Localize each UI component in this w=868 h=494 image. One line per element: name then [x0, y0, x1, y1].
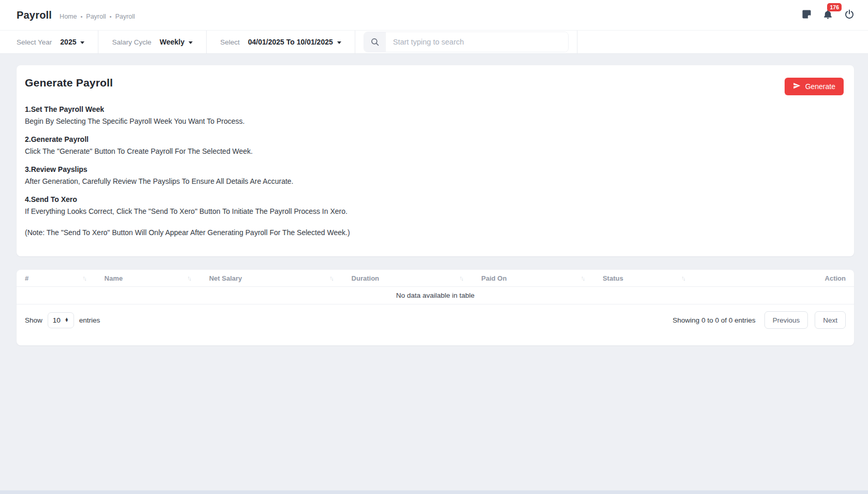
empty-table-row: No data available in table [17, 287, 854, 304]
step-title: 1.Set The Payroll Week [25, 105, 844, 113]
filter-range-label: Select [220, 38, 240, 46]
send-icon [793, 82, 801, 91]
caret-down-icon [189, 41, 193, 44]
column-header-duration[interactable]: Duration ↑↓ [343, 270, 473, 287]
step-2: 2.Generate Payroll Click The "Generate" … [25, 135, 844, 155]
filter-cycle-label: Salary Cycle [112, 38, 151, 46]
entries-label: entries [79, 316, 100, 324]
step-description: After Generation, Carefully Review The P… [25, 177, 844, 185]
generate-payroll-card: Generate Payroll Generate 1.Set The Payr… [17, 65, 854, 256]
filter-cycle: Salary Cycle Weekly [98, 31, 207, 53]
sort-icon[interactable]: ↑↓ [581, 276, 586, 281]
breadcrumb-payroll[interactable]: Payroll [86, 13, 106, 20]
main-content: Generate Payroll Generate 1.Set The Payr… [0, 54, 868, 345]
stepper-arrows-icon: ▲▼ [65, 318, 69, 323]
sort-icon[interactable]: ↑↓ [83, 276, 88, 281]
column-header-action: Action [695, 270, 854, 287]
sort-icon[interactable]: ↑↓ [330, 276, 335, 281]
caret-down-icon [337, 41, 341, 44]
step-3: 3.Review Payslips After Generation, Care… [25, 165, 844, 185]
sort-icon[interactable]: ↑↓ [459, 276, 465, 281]
cycle-dropdown[interactable]: Weekly [160, 38, 193, 46]
table-footer: Show 10 ▲▼ entries Showing 0 to 0 of 0 e… [17, 304, 854, 338]
filter-date-range: Select 04/01/2025 To 10/01/2025 [207, 31, 355, 53]
breadcrumb-payroll-current[interactable]: Payroll [115, 13, 135, 20]
caret-down-icon [80, 41, 84, 44]
column-header-name[interactable]: Name ↑↓ [96, 270, 201, 287]
payroll-table-card: # ↑↓ Name ↑↓ Net Salary ↑↓ Duration ↑↓ [17, 270, 854, 345]
horizontal-scrollbar[interactable] [0, 490, 868, 494]
next-page-button[interactable]: Next [815, 311, 846, 329]
step-title: 4.Send To Xero [25, 195, 844, 204]
breadcrumb: Home • Payroll • Payroll [60, 13, 135, 20]
column-header-net-salary[interactable]: Net Salary ↑↓ [201, 270, 343, 287]
filter-year-label: Select Year [17, 38, 52, 46]
generate-payroll-title: Generate Payroll [25, 77, 113, 89]
instruction-steps: 1.Set The Payroll Week Begin By Selectin… [25, 105, 844, 215]
notifications-button[interactable]: 176 [823, 9, 833, 21]
show-label: Show [25, 316, 42, 324]
date-range-dropdown[interactable]: 04/01/2025 To 10/01/2025 [248, 38, 341, 46]
step-1: 1.Set The Payroll Week Begin By Selectin… [25, 105, 844, 125]
search-box [364, 32, 569, 52]
empty-table-message: No data available in table [17, 287, 854, 304]
year-dropdown[interactable]: 2025 [60, 38, 84, 46]
filter-year: Select Year 2025 [0, 31, 98, 53]
page-size-select[interactable]: 10 ▲▼ [48, 312, 74, 328]
sort-icon[interactable]: ↑↓ [682, 276, 687, 281]
step-title: 3.Review Payslips [25, 165, 844, 173]
generate-button[interactable]: Generate [785, 78, 844, 95]
search-section [355, 31, 577, 53]
filter-bar: Select Year 2025 Salary Cycle Weekly Sel… [0, 30, 868, 54]
step-4: 4.Send To Xero If Everything Looks Corre… [25, 195, 844, 215]
topbar: Payroll Home • Payroll • Payroll [0, 0, 868, 30]
power-icon [844, 9, 855, 21]
entries-summary: Showing 0 to 0 of 0 entries [673, 316, 756, 324]
payroll-table: # ↑↓ Name ↑↓ Net Salary ↑↓ Duration ↑↓ [17, 270, 854, 304]
breadcrumb-home[interactable]: Home [60, 13, 77, 20]
step-description: Begin By Selecting The Specific Payroll … [25, 117, 844, 125]
breadcrumb-separator: • [80, 13, 82, 20]
search-input[interactable] [386, 32, 568, 52]
step-description: If Everything Looks Correct, Click The "… [25, 207, 844, 215]
xero-note: (Note: The "Send To Xero" Button Will On… [25, 228, 844, 237]
notification-count-badge: 176 [827, 3, 842, 12]
search-icon [364, 32, 386, 52]
notes-icon [802, 9, 812, 21]
notes-button[interactable] [802, 9, 812, 21]
table-header-row: # ↑↓ Name ↑↓ Net Salary ↑↓ Duration ↑↓ [17, 270, 854, 287]
breadcrumb-separator: • [110, 13, 112, 20]
step-description: Click The "Generate" Button To Create Pa… [25, 147, 844, 155]
filter-bar-filler [577, 31, 868, 53]
column-header-index[interactable]: # ↑↓ [17, 270, 96, 287]
logout-button[interactable] [844, 9, 855, 21]
column-header-status[interactable]: Status ↑↓ [595, 270, 695, 287]
sort-icon[interactable]: ↑↓ [187, 276, 193, 281]
page-title: Payroll [17, 9, 52, 21]
previous-page-button[interactable]: Previous [764, 311, 808, 329]
column-header-paid-on[interactable]: Paid On ↑↓ [473, 270, 594, 287]
step-title: 2.Generate Payroll [25, 135, 844, 143]
